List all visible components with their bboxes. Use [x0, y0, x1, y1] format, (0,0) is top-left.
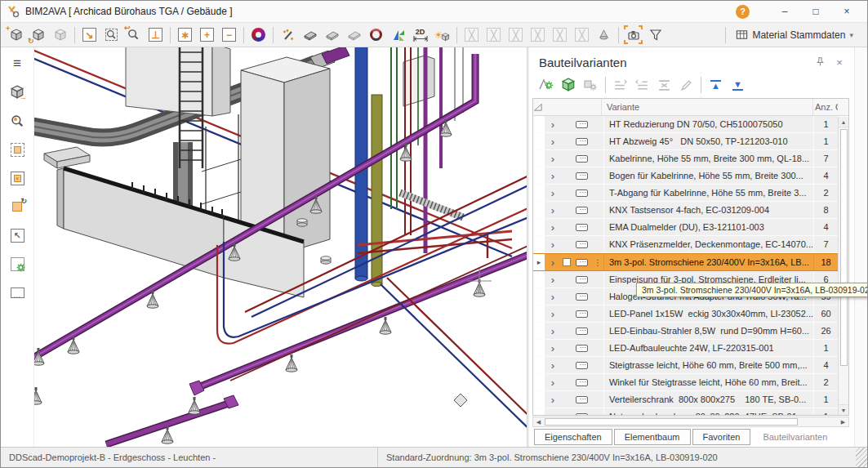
table-row[interactable]: ▸ › ⋯ ⋮ T-Abgang für Kabelrinne, Höhe 55…: [533, 185, 838, 202]
row-expander-icon[interactable]: ›: [545, 254, 561, 270]
riser-pipes[interactable]: [355, 47, 512, 287]
resize-grip[interactable]: [856, 448, 867, 467]
zoom-in-icon[interactable]: +: [196, 25, 218, 45]
move-object-icon[interactable]: ↖: [7, 225, 27, 245]
scroll-to-bottom-icon[interactable]: ▼: [727, 74, 749, 96]
probe-tool-icon[interactable]: [277, 25, 299, 45]
render-sun-icon[interactable]: ☀: [431, 25, 453, 45]
table-row[interactable]: ▸ › ⋯ ⋮ LED-Einbau-Strahler 8,5W rund D=…: [533, 323, 838, 340]
table-row[interactable]: ▸ › ⋯ ⋮ Kabelrinne, Höhe 55 mm, Breite 3…: [533, 150, 838, 167]
panel-tab[interactable]: Bauteilvarianten: [752, 429, 838, 445]
model-navigate-icon[interactable]: →: [7, 82, 27, 102]
table-row[interactable]: ▸ › ⋯ ⋮ Netzwerkschrank 80x80x220, 47HE,…: [533, 408, 838, 415]
maximize-button[interactable]: □: [802, 3, 830, 20]
row-checkbox[interactable]: [561, 185, 572, 201]
row-checkbox[interactable]: [561, 340, 572, 356]
zoom-all-icon[interactable]: ∗: [174, 25, 196, 45]
table-row[interactable]: ▸ › ⋯ ⋮ 3m 3-pol. Stromschiene 230/400V …: [533, 253, 838, 271]
scroll-down-icon[interactable]: ▼: [839, 404, 848, 415]
help-button[interactable]: ?: [736, 5, 750, 19]
shaft-box[interactable]: [126, 47, 230, 116]
row-expander-icon[interactable]: ›: [545, 408, 561, 415]
row-expander-icon[interactable]: ›: [545, 116, 561, 132]
scroll-right-icon[interactable]: ▶: [838, 417, 848, 426]
row-checkbox[interactable]: [561, 391, 572, 408]
row-checkbox[interactable]: [561, 236, 572, 252]
page-settings-icon[interactable]: [7, 254, 27, 274]
concrete-column[interactable]: [241, 57, 330, 253]
table-row[interactable]: ▸ › ⋯ ⋮ LED-Panel 1x15W eckig 30x30x40mm…: [533, 305, 838, 323]
row-checkbox[interactable]: [561, 150, 572, 167]
table-row[interactable]: ▸ › ⋯ ⋮ HT Abzweig 45° DN 50x50, TP-1212…: [533, 133, 838, 150]
row-checkbox[interactable]: [561, 374, 572, 390]
row-expander-icon[interactable]: ›: [545, 323, 561, 339]
row-expander-icon[interactable]: ›: [545, 374, 561, 390]
replace-object-icon[interactable]: ↻: [7, 197, 27, 216]
zoom-extents-icon[interactable]: ↘: [78, 25, 100, 45]
row-checkbox[interactable]: [561, 408, 572, 415]
table-row[interactable]: ▸ › ⋯ ⋮ Winkel für Steigtrasse leicht, H…: [533, 374, 838, 391]
row-expander-icon[interactable]: ›: [545, 133, 561, 149]
row-checkbox[interactable]: [561, 254, 572, 270]
table-horizontal-scrollbar[interactable]: ◀ ▶: [532, 417, 849, 427]
row-badge-icon[interactable]: ⋯: [572, 185, 592, 201]
row-expander-icon[interactable]: ›: [545, 391, 561, 408]
3d-model-view[interactable]: [34, 47, 527, 447]
minimize-button[interactable]: –: [771, 3, 799, 20]
row-badge-icon[interactable]: ⋯: [572, 116, 592, 132]
row-badge-icon[interactable]: ⋯: [572, 408, 592, 415]
slab-open-icon[interactable]: [321, 25, 343, 45]
table-header[interactable]: Variante Anz. Ob: [533, 99, 848, 116]
scroll-to-top-icon[interactable]: ▲: [705, 74, 727, 96]
row-expander-icon[interactable]: ›: [545, 202, 561, 218]
color-scheme-icon[interactable]: [247, 25, 269, 45]
row-expander-icon[interactable]: ›: [545, 236, 561, 252]
row-badge-icon[interactable]: ⋯: [572, 271, 592, 287]
marquee-select-icon[interactable]: [7, 140, 27, 159]
row-expander-icon[interactable]: ›: [545, 150, 561, 167]
horizontal-scroll-thumb[interactable]: [545, 418, 798, 426]
zoom-previous-icon[interactable]: ↩: [122, 25, 145, 45]
vertical-scroll-thumb[interactable]: [840, 129, 848, 366]
table-row[interactable]: ▸ › ⋯ ⋮ HT Reduzierung DN 70/50, CH51000…: [533, 116, 838, 133]
screenshot-camera-icon[interactable]: [622, 25, 644, 45]
filter-icon[interactable]: [644, 25, 666, 45]
material-master-dropdown[interactable]: Material Stammdaten ▾: [729, 27, 860, 42]
menu-icon[interactable]: ≡: [7, 54, 27, 74]
row-badge-icon[interactable]: ⋯: [572, 357, 592, 373]
row-badge-icon[interactable]: ⋯: [572, 133, 592, 149]
zoom-fit-icon[interactable]: ⊥: [145, 25, 167, 45]
row-drag-handle[interactable]: ⋮: [592, 254, 603, 270]
row-checkbox[interactable]: [561, 323, 572, 339]
row-badge-icon[interactable]: ⋯: [572, 236, 592, 252]
row-badge-icon[interactable]: ⋯: [572, 202, 592, 218]
component-cube-icon[interactable]: [558, 74, 580, 96]
row-expander-icon[interactable]: ›: [545, 185, 561, 201]
table-row[interactable]: ▸ › ⋯ ⋮ Bogen für Kabelrinne, Höhe 55 mm…: [533, 167, 838, 185]
panel-tab[interactable]: Eigenschaften: [534, 429, 612, 445]
row-badge-icon[interactable]: ⋯: [572, 254, 592, 270]
row-expander-icon[interactable]: ›: [545, 288, 561, 305]
row-expander-icon[interactable]: ›: [545, 167, 561, 184]
search-icon[interactable]: [7, 111, 27, 131]
slab-solid-icon[interactable]: [299, 25, 321, 45]
table-row[interactable]: ▸ › ⋯ ⋮ Verteilerschrank 800x 800x275 18…: [533, 391, 838, 408]
row-checkbox[interactable]: [561, 202, 572, 218]
row-badge-icon[interactable]: ⋯: [572, 167, 592, 184]
dimension-2d-icon[interactable]: 2D: [409, 25, 431, 45]
busbar-run-c[interactable]: [106, 395, 238, 444]
row-badge-icon[interactable]: ⋯: [572, 374, 592, 390]
ring-analysis-icon[interactable]: [365, 25, 387, 45]
row-expander-icon[interactable]: ›: [545, 357, 561, 373]
pin-icon[interactable]: [812, 55, 828, 69]
row-expander-icon[interactable]: ›: [545, 340, 561, 356]
new-viewport-icon[interactable]: +: [5, 25, 27, 45]
table-row[interactable]: ▸ › ⋯ ⋮ KNX Tastsensor 4-fach, EC-031209…: [533, 202, 838, 219]
table-vertical-scrollbar[interactable]: ▲ ▼: [838, 117, 848, 415]
row-badge-icon[interactable]: ⋯: [572, 219, 592, 235]
row-expander-icon[interactable]: ›: [545, 219, 561, 235]
row-checkbox[interactable]: [561, 116, 572, 132]
row-checkbox[interactable]: [561, 167, 572, 184]
column-header-count[interactable]: Anz. Ob: [813, 102, 838, 112]
panel-tab[interactable]: Elementbaum: [614, 429, 691, 445]
